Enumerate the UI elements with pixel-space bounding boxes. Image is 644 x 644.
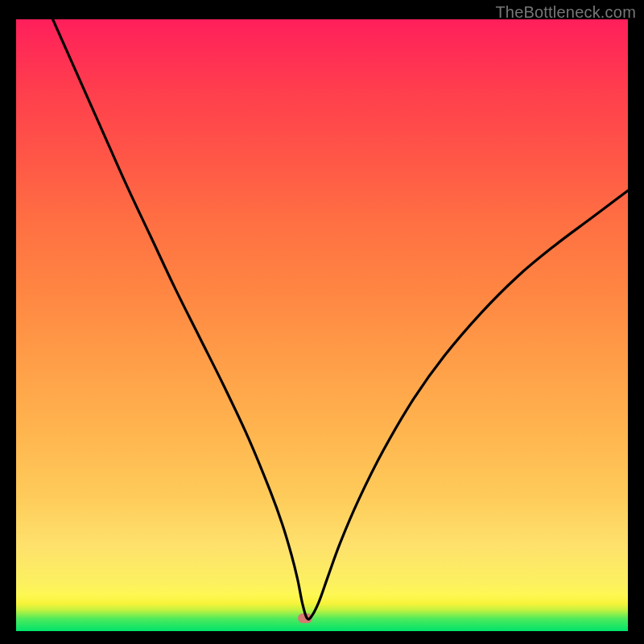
chart-frame: TheBottleneck.com bbox=[0, 0, 644, 644]
plot-area bbox=[16, 19, 628, 631]
watermark-text: TheBottleneck.com bbox=[495, 3, 636, 22]
curve-plot bbox=[16, 19, 628, 631]
bottleneck-curve bbox=[53, 19, 628, 619]
